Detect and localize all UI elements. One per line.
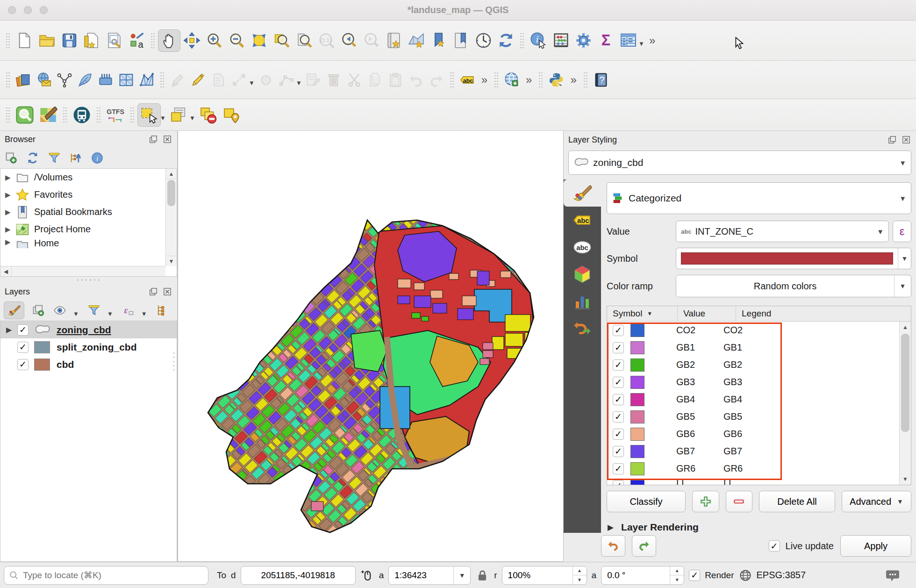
category-checkbox[interactable]: ✓ — [613, 480, 624, 485]
delete-all-button[interactable]: Delete All — [759, 491, 835, 512]
locator-search[interactable] — [4, 566, 208, 585]
browser-horizontal-scrollbar[interactable]: ◀ — [0, 266, 165, 276]
magnifier-spinbox[interactable]: ▲▼ — [502, 566, 587, 585]
browser-item-spatial-bookmarks[interactable]: ▶ Spatial Bookmarks — [0, 203, 177, 221]
digitize-with-segment-button[interactable] — [229, 70, 250, 90]
filter-legend-dropdown[interactable]: ▼ — [107, 310, 113, 317]
chevron-down-icon[interactable]: ▼ — [894, 275, 911, 297]
add-group-button[interactable] — [31, 303, 46, 318]
scrollbar-thumb[interactable] — [167, 180, 175, 206]
zoom-full-button[interactable] — [248, 29, 270, 52]
select-by-value-dropdown[interactable]: ▼ — [189, 115, 195, 122]
chevron-down-icon[interactable]: ▼ — [453, 566, 470, 584]
transit-plugin-button[interactable] — [70, 103, 93, 127]
category-checkbox[interactable]: ✓ — [613, 463, 624, 474]
category-symbol[interactable] — [630, 410, 644, 423]
filter-by-expression-button[interactable]: ε — [121, 303, 136, 318]
label-toolbar-overflow[interactable]: » — [478, 73, 491, 86]
styling-float-button[interactable] — [887, 135, 897, 145]
toolbar-handle[interactable] — [160, 72, 165, 88]
scale-input[interactable] — [389, 570, 453, 581]
zoom-last-button[interactable] — [337, 29, 360, 52]
zoom-native-button[interactable]: (1:1) — [315, 29, 337, 52]
chevron-down-icon[interactable]: ▼ — [898, 248, 911, 269]
scroll-up-icon[interactable]: ▲ — [166, 169, 177, 179]
layers-close-button[interactable] — [162, 287, 172, 297]
vertex-tool-button[interactable] — [276, 70, 297, 90]
identify-features-button[interactable]: i — [527, 29, 550, 52]
add-web-layer-button[interactable] — [34, 70, 54, 90]
browser-close-button[interactable] — [162, 134, 172, 144]
toolbar-handle[interactable] — [450, 72, 454, 88]
categories-scrollbar[interactable]: ▲ ▼ — [899, 322, 911, 485]
layer-visibility-checkbox[interactable]: ✓ — [17, 324, 29, 336]
temporal-controller-button[interactable] — [472, 29, 494, 52]
category-symbol[interactable] — [630, 324, 644, 337]
category-row[interactable]: ✓GB1GB1 — [607, 339, 899, 356]
save-project-button[interactable] — [58, 29, 80, 52]
browser-float-button[interactable] — [148, 134, 158, 144]
spin-down-icon[interactable]: ▼ — [670, 575, 684, 584]
tab-history[interactable] — [564, 315, 601, 342]
zoom-to-selection-button[interactable] — [270, 29, 293, 52]
category-row[interactable]: ✓GB4GB4 — [607, 391, 899, 408]
expander-icon[interactable]: ▶ — [5, 225, 15, 234]
new-3d-map-view-button[interactable] — [405, 29, 427, 52]
apply-button[interactable]: Apply — [840, 535, 911, 557]
expander-icon[interactable]: ▶ — [5, 191, 15, 199]
expander-icon[interactable]: ▶ — [5, 208, 15, 216]
spin-up-icon[interactable]: ▲ — [670, 566, 684, 576]
mouse-position-icon[interactable] — [360, 568, 374, 582]
toolbar-handle[interactable] — [63, 107, 67, 123]
open-project-button[interactable] — [36, 29, 58, 52]
renderer-selector[interactable]: Categorized ▼ — [607, 182, 911, 214]
layer-rendering-section[interactable]: ▶ Layer Rendering — [608, 522, 911, 533]
zoom-in-button[interactable] — [203, 29, 225, 52]
pan-to-selection-button[interactable] — [180, 29, 203, 52]
add-category-button[interactable] — [692, 491, 719, 512]
messages-icon[interactable] — [884, 568, 901, 583]
category-symbol[interactable] — [630, 428, 644, 441]
map-canvas[interactable] — [178, 131, 564, 562]
python-toolbar-overflow[interactable]: » — [566, 73, 580, 86]
coordinate-box[interactable] — [241, 566, 356, 585]
layer-visibility-checkbox[interactable]: ✓ — [17, 359, 29, 370]
panel-edge-handle[interactable] — [172, 351, 175, 373]
classify-button[interactable]: Classify — [607, 491, 686, 512]
category-checkbox[interactable]: ✓ — [613, 394, 624, 405]
style-manager-button[interactable]: a — [125, 29, 148, 52]
color-ramp-selector[interactable]: Random colors ▼ — [676, 275, 911, 297]
browser-item-favorites[interactable]: ▶ Favorites — [0, 186, 177, 203]
category-checkbox[interactable]: ✓ — [613, 359, 624, 371]
category-checkbox[interactable]: ✓ — [613, 377, 624, 388]
browser-properties-button[interactable]: i — [90, 151, 105, 165]
statistical-summary-button[interactable]: Σ — [594, 29, 617, 52]
zoom-next-button[interactable] — [360, 29, 382, 52]
scrollbar-thumb[interactable] — [901, 334, 909, 432]
new-print-layout-button[interactable] — [80, 29, 103, 52]
map-themes-dropdown[interactable]: ▼ — [73, 310, 79, 317]
expand-all-button[interactable] — [155, 303, 170, 318]
browser-add-layer-button[interactable] — [4, 151, 19, 165]
gtfs-plugin-button[interactable]: GTFS — [104, 103, 127, 127]
sort-by-value-header[interactable]: Value — [683, 308, 736, 319]
category-symbol[interactable] — [630, 480, 644, 485]
browser-item-volumes[interactable]: ▶ /Volumes — [0, 169, 177, 186]
category-symbol[interactable] — [630, 462, 644, 475]
style-redo-button[interactable] — [632, 535, 656, 557]
add-database-layer-button[interactable] — [95, 70, 116, 90]
osm-place-search-button[interactable] — [13, 103, 36, 127]
layer-item-split-zoning-cbd[interactable]: ✓ split_zoning_cbd — [0, 338, 177, 356]
sort-by-legend-header[interactable]: Legend — [742, 308, 911, 319]
tab-diagrams[interactable] — [564, 288, 601, 315]
spin-down-icon[interactable]: ▼ — [573, 575, 587, 584]
coordinate-input[interactable] — [241, 570, 355, 581]
redo-button[interactable] — [426, 70, 447, 90]
category-row[interactable]: ✓GB6GB6 — [607, 425, 899, 443]
show-spatial-bookmarks-button[interactable] — [450, 29, 472, 52]
pan-map-button[interactable] — [158, 29, 180, 52]
category-row[interactable]: ✓CO2CO2 — [607, 322, 899, 339]
category-symbol[interactable] — [630, 393, 644, 406]
rotation-input[interactable] — [601, 570, 670, 581]
value-field-selector[interactable]: abc INT_ZONE_C ▼ — [676, 221, 889, 242]
